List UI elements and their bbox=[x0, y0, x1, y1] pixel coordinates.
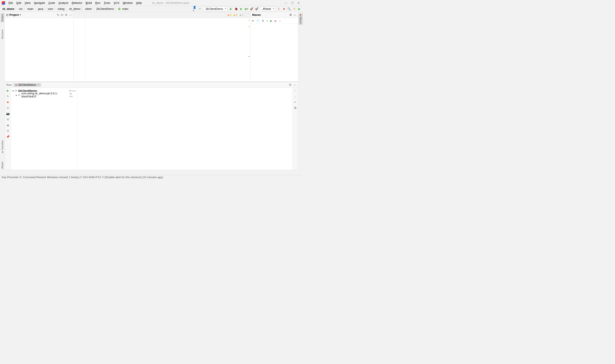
menu-code[interactable]: Code bbox=[47, 1, 57, 5]
structure-tool-tab[interactable]: Structure bbox=[1, 29, 4, 40]
run-title: Run: bbox=[6, 83, 12, 86]
back-icon[interactable]: ↩ bbox=[198, 7, 201, 11]
editor-gutter[interactable] bbox=[73, 18, 85, 81]
right-tool-gutter: m Maven bbox=[298, 12, 303, 170]
run-hide-icon[interactable]: — bbox=[292, 83, 296, 86]
project-dropdown-icon[interactable]: ▤ bbox=[6, 13, 9, 16]
layout-icon[interactable]: ⚙ bbox=[7, 118, 9, 121]
menu-help[interactable]: Help bbox=[134, 1, 144, 5]
status-message: Key Promoter X: Command Restore Windows … bbox=[2, 176, 163, 179]
crumb-client[interactable]: client bbox=[84, 7, 92, 11]
jrebel-tool-tab[interactable]: JRebel bbox=[1, 161, 4, 170]
maximize-icon[interactable]: ☐ bbox=[291, 1, 294, 4]
download-icon[interactable]: ⬇ bbox=[262, 19, 264, 22]
sync-icon[interactable]: ⟳ bbox=[293, 7, 296, 11]
run-config-selector[interactable]: ZkClientDemo bbox=[203, 7, 227, 11]
list-icon[interactable]: ☰ bbox=[7, 129, 9, 132]
crumb-java[interactable]: java bbox=[37, 7, 44, 11]
rerun-failed-icon[interactable]: ↻ bbox=[7, 95, 9, 98]
menu-tools[interactable]: Tools bbox=[102, 1, 112, 5]
maven-tool-tab[interactable]: m Maven bbox=[298, 13, 303, 25]
error-indicator[interactable]: ▲3 bbox=[227, 13, 231, 16]
stop-icon[interactable]: ■ bbox=[282, 7, 286, 11]
expand-up-icon[interactable]: ˆ bbox=[245, 13, 246, 16]
maven-tree[interactable] bbox=[251, 24, 298, 81]
run-gear-icon[interactable]: ⚙ bbox=[289, 83, 292, 86]
jrebel-run-icon[interactable]: 🚀 bbox=[250, 7, 253, 11]
warning-indicator[interactable]: ▲3 bbox=[233, 13, 237, 16]
dropdown-icon[interactable]: ▾ bbox=[19, 13, 21, 16]
run-icon[interactable]: ▶ bbox=[229, 7, 233, 11]
menu-file[interactable]: File bbox=[7, 1, 15, 5]
crumb-src[interactable]: src bbox=[18, 7, 23, 11]
scroll-top-icon[interactable]: ↑ bbox=[294, 89, 296, 92]
crumb-zk_demo[interactable]: zk_demo bbox=[68, 7, 81, 11]
window-title: zk_demo - ZkClientDemo.java bbox=[152, 1, 189, 4]
navigation-bar: zk_demo〉src〉main〉java〉com〉tuling〉zk_demo… bbox=[0, 6, 303, 12]
generate-icon[interactable]: 📄 bbox=[256, 19, 260, 22]
rerun-icon[interactable]: ▶ bbox=[7, 89, 9, 92]
editor: ▲3 ▲3 ▲1 ˆ ˇ bbox=[73, 12, 250, 81]
run-toolbar: ▶ ↻ ■ ◎ 📷 ⚙ ⏏ ☰ 📌 bbox=[5, 88, 11, 170]
menu-navigate[interactable]: Navigate bbox=[32, 1, 47, 5]
reload-icon[interactable]: ⟳ bbox=[252, 19, 254, 22]
search-icon[interactable]: 🔍 bbox=[287, 7, 291, 11]
crumb-tuling[interactable]: tuling bbox=[57, 7, 65, 11]
stop-run-icon[interactable]: ■ bbox=[7, 101, 9, 104]
project-tree[interactable] bbox=[5, 18, 73, 81]
expand-down-icon[interactable]: ˇ bbox=[248, 13, 249, 16]
toggle-icon[interactable]: ⫟ bbox=[279, 19, 281, 22]
jrebel-debug-icon[interactable]: 🚀 bbox=[255, 7, 258, 11]
run-tree[interactable]: ▾⟳ ZkClientDemo:46 sec ▸⟳ com.tuling:zk_… bbox=[11, 88, 77, 170]
run-tab[interactable]: mZkClientDemo× bbox=[13, 83, 41, 87]
project-tool-tab[interactable]: Project bbox=[1, 13, 4, 22]
user-icon[interactable]: 👤▾ bbox=[193, 7, 196, 11]
print-icon[interactable]: 🖶 bbox=[294, 106, 297, 109]
scroll-bottom-icon[interactable]: ↓ bbox=[294, 95, 296, 98]
menu-analyze[interactable]: Analyze bbox=[57, 1, 70, 5]
soft-wrap-icon[interactable]: ↵ bbox=[294, 101, 296, 104]
crumb-ZkClientDemo[interactable]: ZkClientDemo bbox=[96, 7, 114, 11]
favorites-tool-tab[interactable]: ★ Favorites bbox=[0, 140, 4, 154]
dump-icon[interactable]: 📷 bbox=[6, 112, 10, 115]
pin-icon[interactable]: 📌 bbox=[6, 135, 10, 138]
status-bar: Key Promoter X: Command Restore Windows … bbox=[0, 175, 303, 179]
collapse-icon[interactable]: ⊟ bbox=[61, 13, 63, 16]
menu-refactor[interactable]: Refactor bbox=[70, 1, 84, 5]
breadcrumbs[interactable]: zk_demo〉src〉main〉java〉com〉tuling〉zk_demo… bbox=[2, 7, 129, 11]
maven-gear-icon[interactable]: ⚙ bbox=[289, 13, 292, 16]
app-icon bbox=[2, 1, 5, 5]
crumb-main[interactable]: main bbox=[122, 7, 129, 11]
menu-run[interactable]: Run bbox=[94, 1, 102, 5]
minimize-icon[interactable]: — bbox=[284, 1, 287, 4]
profile-icon[interactable]: ◉▾ bbox=[245, 7, 248, 11]
add-icon[interactable]: + bbox=[266, 19, 268, 22]
weak-warning-indicator[interactable]: ▲1 bbox=[239, 13, 243, 16]
crumb-zk_demo[interactable]: zk_demo bbox=[2, 7, 15, 11]
maven-hide-icon[interactable]: — bbox=[292, 13, 296, 16]
attach-icon[interactable]: ⎋ bbox=[277, 7, 281, 11]
debug-icon[interactable]: 🐞 bbox=[234, 7, 238, 11]
exit-icon[interactable]: ⏏ bbox=[7, 124, 9, 127]
menu-vcs[interactable]: VCS bbox=[112, 1, 121, 5]
close-icon[interactable]: ✕ bbox=[297, 1, 300, 4]
select-opened-icon[interactable]: ⇆ bbox=[57, 13, 59, 16]
menu-window[interactable]: Window bbox=[121, 1, 134, 5]
crumb-com[interactable]: com bbox=[47, 7, 54, 11]
menu-build[interactable]: Build bbox=[84, 1, 94, 5]
hide-icon[interactable]: — bbox=[69, 13, 72, 16]
run-goal-icon[interactable]: ▶ bbox=[270, 19, 272, 22]
code-content[interactable] bbox=[85, 18, 250, 81]
console-output[interactable] bbox=[77, 88, 292, 170]
menu-edit[interactable]: Edit bbox=[15, 1, 23, 5]
menu-bar: FileEditViewNavigateCodeAnalyzeRefactorB… bbox=[0, 0, 303, 6]
maven-m-icon[interactable]: m bbox=[274, 19, 277, 23]
settings-icon[interactable]: ⚙ bbox=[65, 13, 67, 16]
menu-view[interactable]: View bbox=[23, 1, 32, 5]
project-panel: ▤ Project ▾ ⇆ ⊟ ⚙ — bbox=[5, 12, 73, 81]
watch-icon[interactable]: ◎ bbox=[7, 106, 9, 109]
coverage-icon[interactable]: ▶ bbox=[240, 7, 243, 11]
crumb-main[interactable]: main bbox=[27, 7, 34, 11]
jrebel-selector[interactable]: JRebel bbox=[260, 7, 275, 11]
play2-icon[interactable]: ▶ bbox=[298, 7, 301, 11]
